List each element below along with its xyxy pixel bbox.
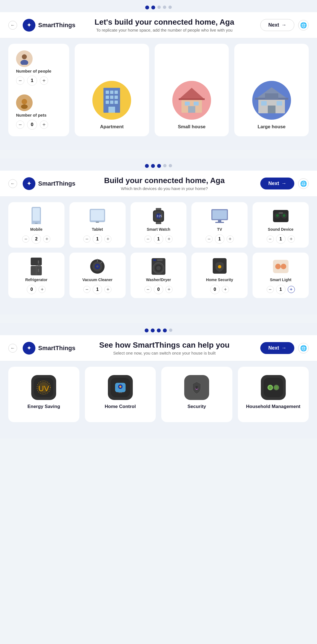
svg-point-87 [269,386,272,389]
svg-rect-14 [108,107,115,113]
dot3-3 [157,329,161,332]
smartwatch-counter: − 1 + [144,234,173,244]
washer-icon [150,258,167,275]
next-arrow-1: → [281,22,286,28]
back-button-2[interactable]: ← [8,179,17,188]
device-security: Home Security 0 + [191,253,248,298]
header-1: ← ✦ SmartThings Let's build your connect… [0,12,317,38]
back-button-1[interactable]: ← [8,21,17,30]
dot3-1 [145,329,149,332]
svg-rect-20 [179,98,205,100]
next-button-1[interactable]: Next → [260,19,294,31]
devices-grid: Mobile − 2 + Tablet − 1 + 3:25 Smar [0,197,317,304]
brand-name-3: SmartThings [38,345,75,352]
smartwatch-icon: 3:25 [151,208,166,224]
language-button-1[interactable]: 🌐 [298,20,309,30]
pets-counter: Number of pets − 0 + [16,94,61,130]
svg-rect-10 [115,96,118,99]
svg-rect-33 [91,210,104,220]
dot-1 [145,6,149,9]
light-counter: − 1 + [267,285,295,294]
light-icon [272,258,290,275]
svg-rect-84 [264,378,283,397]
next-button-3[interactable]: Next → [260,342,294,354]
smartwatch-plus[interactable]: + [165,235,173,243]
mobile-minus[interactable]: − [22,235,29,243]
mobile-counter: − 2 + [22,234,50,244]
svg-rect-5 [106,91,109,94]
language-button-2[interactable]: 🌐 [298,178,309,189]
tablet-plus[interactable]: + [104,235,111,243]
svg-rect-35 [156,208,161,210]
tablet-counter: − 1 + [83,234,111,244]
pets-plus[interactable]: + [40,120,48,129]
mobile-plus[interactable]: + [43,235,50,243]
pets-minus[interactable]: − [16,120,24,129]
mobile-label: Mobile [30,227,42,232]
dot-4 [163,6,166,9]
svg-point-3 [21,104,28,109]
home-type-large-house[interactable]: Large house [234,44,309,136]
home-control-label: Home Control [105,404,136,409]
tablet-icon [89,208,106,224]
fridge-icon [29,258,43,275]
sound-plus[interactable]: + [288,235,295,243]
feature-home-control[interactable]: Home Control [85,367,156,422]
svg-point-1 [20,60,28,65]
logo-area-2: ← ✦ SmartThings [8,177,75,190]
vacuum-minus[interactable]: − [83,286,90,293]
svg-rect-83 [196,386,198,389]
svg-point-68 [218,265,221,268]
people-minus[interactable]: − [16,76,24,85]
svg-point-47 [276,214,279,217]
tablet-minus[interactable]: − [83,235,90,243]
fridge-plus[interactable]: + [38,286,46,293]
tv-plus[interactable]: + [227,235,234,243]
back-button-3[interactable]: ← [8,344,17,353]
people-controls: − 1 + [16,76,61,86]
svg-rect-80 [118,392,122,393]
svg-rect-27 [265,93,278,99]
svg-rect-9 [110,96,113,99]
large-house-label: Large house [258,124,285,130]
smartwatch-minus[interactable]: − [144,235,152,243]
next-button-2[interactable]: Next → [260,178,294,189]
sound-label: Sound Device [268,227,293,232]
logo-icon-3: ✦ [23,342,35,355]
vacuum-plus[interactable]: + [104,286,111,293]
svg-text:3:25: 3:25 [157,215,162,218]
svg-rect-23 [261,101,267,106]
sound-counter: − 1 + [267,234,295,244]
svg-point-79 [119,386,121,388]
sound-value: 1 [276,234,285,244]
washer-plus[interactable]: + [165,286,173,293]
washer-minus[interactable]: − [144,286,152,293]
next-label-3: Next [268,345,279,351]
svg-rect-19 [188,106,195,113]
dot2-5 [169,164,172,167]
energy-icon: UV [31,375,56,400]
section1-content: Number of people − 1 + Number of pets − … [0,38,317,139]
sound-minus[interactable]: − [267,235,274,243]
people-plus[interactable]: + [40,76,48,85]
feature-energy[interactable]: UV Energy Saving [8,367,79,422]
pets-label: Number of pets [16,113,61,117]
security-plus[interactable]: + [222,286,229,293]
dot-5 [168,6,172,9]
progress-dots-3 [0,323,317,335]
light-plus[interactable]: + [288,286,295,293]
home-type-small-house[interactable]: Small house [155,44,229,136]
light-minus[interactable]: − [267,286,274,293]
feature-household[interactable]: Household Management [238,367,309,422]
next-label-1: Next [268,22,279,28]
vacuum-label: Vacuum Cleaner [82,278,113,282]
tv-minus[interactable]: − [206,235,213,243]
household-icon [261,375,286,400]
svg-rect-6 [110,91,113,94]
svg-point-88 [275,386,278,389]
section-3: ← ✦ SmartThings See how SmartThings can … [0,323,317,439]
feature-security[interactable]: Security [161,367,232,422]
svg-rect-29 [33,208,40,221]
language-button-3[interactable]: 🌐 [298,343,309,353]
home-type-apartment[interactable]: Apartment [75,44,149,136]
